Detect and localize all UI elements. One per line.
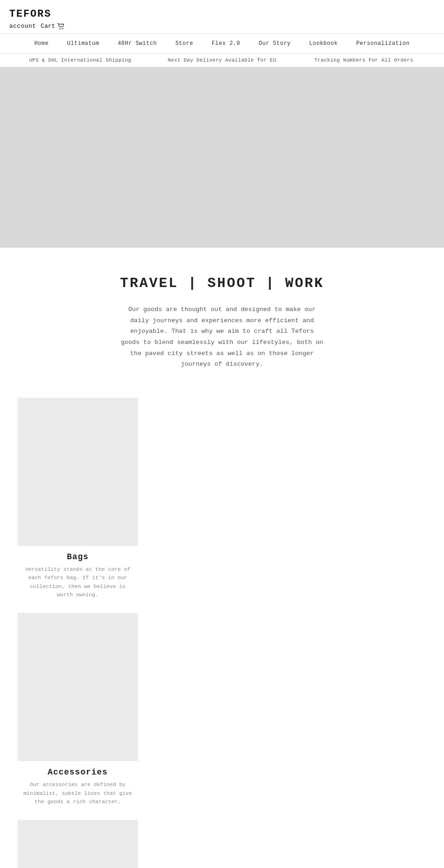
accessories-title: Accessories — [18, 768, 138, 777]
announcement-tracking: Tracking Numbers For All Orders — [293, 57, 435, 63]
nav-48hr-switch[interactable]: 48Hr Switch — [117, 40, 157, 47]
bags-description: Versatility stands at the core of each T… — [22, 565, 133, 599]
header-actions: Account Cart — [9, 23, 435, 30]
announcement-delivery: Next Day Delivery Available for EU — [151, 57, 293, 63]
accessories-image — [18, 613, 138, 761]
bags-title: Bags — [18, 552, 138, 562]
products-section: Bags Versatility stands at the core of e… — [0, 388, 444, 868]
hero-image — [0, 67, 444, 248]
main-tagline: TRAVEL | SHOOT | WORK — [9, 275, 435, 291]
nav-flex-2[interactable]: Flex 2.0 — [212, 40, 240, 47]
nav-our-story[interactable]: Our Story — [259, 40, 290, 47]
nav-ultimatum[interactable]: Ultimatum — [67, 40, 99, 47]
nav-lookbook[interactable]: Lookbook — [309, 40, 338, 47]
main-nav: Home Ultimatum 48Hr Switch Store Flex 2.… — [0, 34, 444, 54]
product-card-accessories[interactable]: Accessories Our accessories are defined … — [18, 613, 435, 806]
svg-point-0 — [60, 28, 61, 29]
nav-personalization[interactable]: Personalization — [356, 40, 410, 47]
site-logo: TEFORS — [9, 8, 435, 20]
site-header: TEFORS Account Cart — [0, 0, 444, 34]
bags-image — [18, 398, 138, 546]
announcement-shipping: UPS & DHL International Shipping — [9, 57, 151, 63]
main-description: Our goods are thought out and designed t… — [120, 304, 324, 370]
nav-home[interactable]: Home — [34, 40, 49, 47]
product-card-third[interactable] — [18, 820, 435, 868]
accessories-description: Our accessories are defined by minimalis… — [22, 781, 133, 806]
nav-store[interactable]: Store — [175, 40, 193, 47]
cart-icon — [57, 23, 65, 30]
product-card-bags[interactable]: Bags Versatility stands at the core of e… — [18, 398, 435, 599]
account-link[interactable]: Account — [9, 23, 36, 30]
announcement-bar: UPS & DHL International Shipping Next Da… — [0, 54, 444, 67]
svg-point-1 — [62, 28, 63, 29]
cart-link[interactable]: Cart — [41, 23, 65, 30]
third-product-image — [18, 820, 138, 868]
main-content: TRAVEL | SHOOT | WORK Our goods are thou… — [0, 248, 444, 388]
